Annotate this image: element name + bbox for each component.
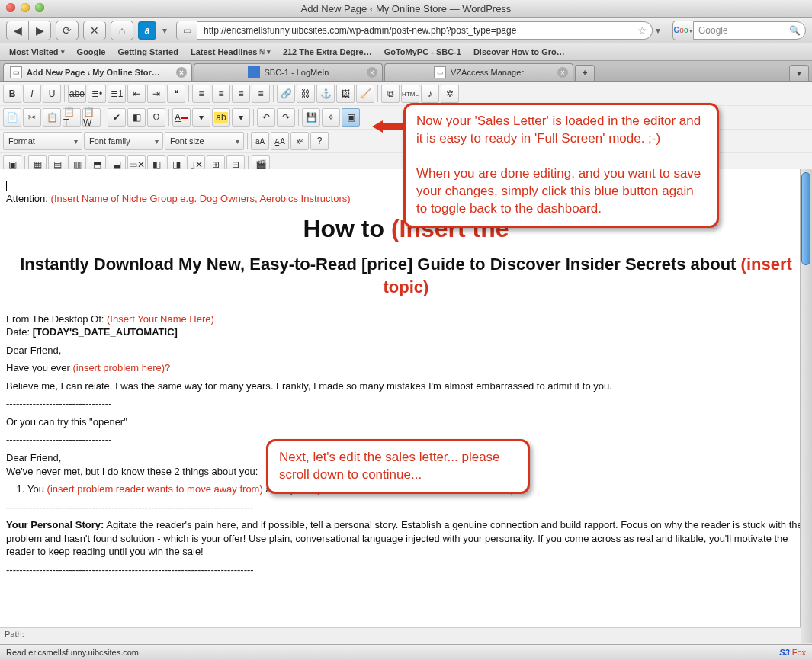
code-button[interactable]: ⧉: [381, 85, 400, 103]
ul-button[interactable]: ≣•: [88, 85, 106, 103]
search-engine-button[interactable]: Goo▾: [672, 21, 693, 40]
reload-button[interactable]: ⟳: [56, 21, 79, 40]
new-tab-button[interactable]: +: [575, 65, 595, 81]
search-icon[interactable]: 🔍: [789, 25, 801, 36]
forecolor-button[interactable]: A: [172, 108, 191, 127]
window-minimize-button[interactable]: [21, 3, 30, 12]
url-text: http://ericsmellsfunny.uibcsites.com/wp-…: [204, 25, 516, 36]
aa-case-button[interactable]: aA: [251, 132, 269, 150]
indent-button[interactable]: ⇥: [147, 85, 165, 103]
browser-toolbar: ◀ ▶ ⟳ ✕ ⌂ a ▾ ▭ http://ericsmellsfunny.u…: [0, 18, 812, 43]
status-bar: Read ericsmellsfunny.uibcsites.com S3 Fo…: [0, 644, 812, 660]
more-button[interactable]: ✲: [441, 85, 459, 103]
spellcheck-button[interactable]: ✔: [108, 108, 126, 127]
window-zoom-button[interactable]: [35, 3, 44, 12]
media-button[interactable]: ♪: [421, 85, 439, 103]
status-text: Read ericsmellsfunny.uibcsites.com: [6, 648, 139, 657]
unlink-button[interactable]: ⛓: [297, 85, 315, 103]
align-center-button[interactable]: ≡: [212, 85, 230, 103]
stop-button[interactable]: ✕: [83, 21, 106, 40]
image-button[interactable]: 🖼: [336, 85, 355, 103]
bookmark-discover[interactable]: Discover How to Gro…: [469, 46, 570, 58]
url-bar[interactable]: http://ericsmellsfunny.uibcsites.com/wp-…: [197, 21, 653, 40]
forward-button[interactable]: ▶: [29, 21, 51, 40]
new-button[interactable]: ✧: [322, 108, 340, 127]
outdent-button[interactable]: ⇤: [127, 85, 146, 103]
paste-text-button[interactable]: 📋T: [63, 108, 81, 127]
tab-add-new-page[interactable]: ▭ Add New Page ‹ My Online Stor… ×: [3, 63, 192, 81]
personal-story: Your Personal Story: Agitate the reader'…: [6, 518, 806, 559]
link-button[interactable]: 🔗: [277, 85, 295, 103]
from-desktop: From The Desktop Of: (Insert Your Name H…: [6, 312, 806, 339]
have-you-ever: Have you ever (insert problem here)?: [6, 361, 806, 375]
vertical-scrollbar[interactable]: [800, 169, 812, 643]
editor-canvas[interactable]: Attention: (Insert Name of Niche Group e…: [0, 169, 812, 643]
backcolor-drop[interactable]: ▾: [232, 108, 250, 127]
align-justify-button[interactable]: ≡: [252, 85, 270, 103]
bookmark-star-icon[interactable]: ☆: [637, 24, 647, 37]
callout-scroll-tip: Next, let's edit the sales letter... ple…: [266, 439, 530, 494]
erase-button[interactable]: ◧: [127, 108, 146, 127]
search-input[interactable]: Google 🔍: [693, 21, 806, 40]
undo-button[interactable]: ↶: [257, 108, 275, 127]
strike-button[interactable]: abe: [68, 85, 86, 103]
help-button[interactable]: ?: [310, 132, 329, 150]
cut-button[interactable]: ✂: [23, 108, 41, 127]
ol-button[interactable]: ≣1: [108, 85, 126, 103]
anchor-button[interactable]: ⚓: [316, 85, 335, 103]
window-title: Add New Page ‹ My Online Store — WordPre…: [0, 3, 812, 14]
bold-button[interactable]: B: [3, 85, 21, 103]
dashes-1: --------------------------------: [6, 397, 806, 411]
tab-close-icon[interactable]: ×: [176, 67, 187, 78]
align-left-button[interactable]: ≡: [192, 85, 210, 103]
paste-button[interactable]: 📋: [43, 108, 61, 127]
save-button[interactable]: 💾: [302, 108, 320, 127]
url-history-dropdown[interactable]: ▾: [653, 25, 663, 36]
italic-button[interactable]: I: [23, 85, 41, 103]
bookmark-gotomypc[interactable]: GoToMyPC - SBC-1: [380, 46, 466, 58]
html-button[interactable]: HTML: [401, 85, 419, 103]
fullscreen-toggle-button[interactable]: ▣: [342, 108, 360, 127]
bookmark-getting-started[interactable]: Getting Started: [113, 46, 182, 58]
bookmark-google[interactable]: Google: [72, 46, 111, 58]
bookmark-latest-headlines[interactable]: Latest Headlines ℕ ▾: [186, 46, 275, 58]
tab-overflow-button[interactable]: ▾: [789, 65, 809, 81]
paste-word-button[interactable]: 📋W: [82, 108, 101, 127]
tab-close-icon[interactable]: ×: [367, 67, 377, 78]
window-close-button[interactable]: [6, 3, 15, 12]
symbol-button[interactable]: Ω: [147, 108, 165, 127]
site-identity-button[interactable]: ▭: [176, 21, 197, 40]
bookmark-most-visited[interactable]: Most Visited▾: [5, 46, 69, 58]
bookmark-212[interactable]: 212 The Extra Degre…: [278, 46, 377, 58]
align-right-button[interactable]: ≡: [232, 85, 250, 103]
tab-close-icon[interactable]: ×: [557, 67, 568, 78]
bookmarks-bar: Most Visited▾ Google Getting Started Lat…: [0, 43, 812, 61]
tab-vzaccess[interactable]: ▭ VZAccess Manager ×: [384, 63, 573, 81]
tab-label: Add New Page ‹ My Online Stor…: [27, 68, 160, 77]
clean-button[interactable]: 🧹: [356, 85, 374, 103]
backcolor-button[interactable]: ab: [212, 108, 230, 127]
home-button[interactable]: ⌂: [111, 21, 133, 40]
dashes-4: ----------------------------------------…: [6, 563, 806, 577]
font-family-select[interactable]: Font family: [84, 132, 163, 150]
page-icon: ▭: [434, 66, 446, 78]
aa-size-button[interactable]: A̲A: [271, 132, 289, 150]
attention-hint: (Insert Name of Niche Group e.g. Dog Own…: [51, 193, 351, 204]
s3fox-badge[interactable]: S3 Fox: [779, 648, 806, 657]
editor-path-bar: Path:: [0, 627, 801, 645]
dashes-3: ----------------------------------------…: [6, 501, 806, 514]
copy-button[interactable]: 📄: [3, 108, 21, 127]
sup-button[interactable]: x²: [290, 132, 309, 150]
scroll-thumb[interactable]: [801, 172, 810, 265]
font-size-select[interactable]: Font size: [165, 132, 244, 150]
tab-logmein[interactable]: SBC-1 - LogMeIn ×: [194, 63, 383, 81]
redo-button[interactable]: ↷: [277, 108, 295, 127]
forecolor-drop[interactable]: ▾: [192, 108, 210, 127]
svg-marker-0: [372, 120, 407, 133]
headline-2: Instantly Download My New, Easy-to-Read …: [6, 253, 806, 298]
acronis-icon[interactable]: a: [138, 21, 156, 40]
quote-button[interactable]: ❝: [167, 85, 185, 103]
format-select[interactable]: Format: [3, 132, 82, 150]
underline-button[interactable]: U: [43, 85, 61, 103]
back-button[interactable]: ◀: [6, 21, 29, 40]
